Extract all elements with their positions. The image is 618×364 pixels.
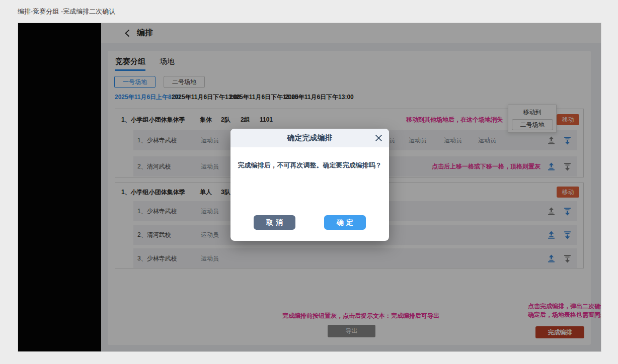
confirm-modal: 确定完成编排 完成编排后，不可再次调整。确定要完成编排吗？ 取消 确定 [230,129,389,241]
modal-buttons: 取消 确定 [230,215,389,230]
close-icon[interactable] [374,134,383,142]
modal-title: 确定完成编排 [287,133,333,143]
modal-header: 确定完成编排 [230,129,389,147]
page-title: 编排-竞赛分组 -完成编排二次确认 [18,7,115,16]
confirm-button[interactable]: 确定 [324,215,366,230]
cancel-button[interactable]: 取消 [254,215,295,230]
modal-message: 完成编排后，不可再次调整。确定要完成编排吗？ [230,161,389,170]
app-window: 编排 竞赛分组 场地 一号场地 二号场地 2025年11月6日上午8:30 20… [18,23,601,352]
